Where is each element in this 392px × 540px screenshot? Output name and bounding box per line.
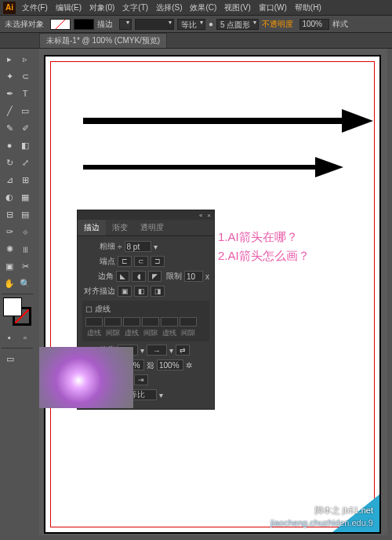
tab-gradient[interactable]: 渐变	[106, 220, 134, 235]
artboard-tool[interactable]: ▣	[2, 258, 16, 274]
no-selection-label: 未选择对象	[5, 19, 44, 30]
dash-label: 虚线	[95, 304, 111, 315]
panel-close-icon[interactable]: ×	[207, 212, 211, 219]
panel-titlebar[interactable]: «×	[78, 210, 214, 220]
corner-label: 边角	[82, 271, 114, 282]
gap-input-2[interactable]	[142, 317, 159, 327]
weight-label: 粗细	[82, 241, 115, 252]
color-mode-gradient[interactable]: ▫	[18, 330, 32, 345]
direct-selection-tool[interactable]: ▹	[18, 51, 32, 67]
corner-round[interactable]: ◖	[132, 271, 145, 282]
limit-input[interactable]	[184, 271, 203, 282]
lasso-tool[interactable]: ⊂	[18, 68, 32, 84]
align-stroke-label: 对齐描边	[82, 286, 115, 297]
shape-builder-tool[interactable]: ◐	[2, 189, 16, 205]
cap-round[interactable]: ⊂	[134, 256, 148, 267]
menu-edit[interactable]: 编辑(E)	[56, 2, 82, 13]
options-bar: 未选择对象 描边 等比 ● 5 点圆形 不透明度 样式	[0, 16, 392, 33]
scale-end-input[interactable]	[157, 359, 183, 370]
hand-tool[interactable]: ✋	[2, 275, 16, 291]
dash-input-2[interactable]	[123, 317, 140, 327]
width-tool[interactable]: ⊿	[2, 172, 16, 188]
shape-dropdown[interactable]: 5 点圆形	[216, 19, 259, 30]
align-inside[interactable]: ◧	[134, 286, 148, 297]
menu-help[interactable]: 帮助(H)	[295, 2, 321, 13]
style-label: 样式	[332, 19, 348, 30]
menu-window[interactable]: 窗口(W)	[259, 2, 287, 13]
corner-bevel[interactable]: ◤	[148, 271, 162, 282]
tab-stroke[interactable]: 描边	[78, 220, 106, 235]
eraser-tool[interactable]: ◧	[18, 137, 32, 153]
menu-effect[interactable]: 效果(C)	[190, 2, 216, 13]
cap-butt[interactable]: ⊏	[118, 256, 132, 267]
gap-input-1[interactable]	[104, 317, 122, 327]
paintbrush-tool[interactable]: ✎	[2, 120, 16, 136]
fill-swatch[interactable]	[50, 19, 71, 30]
link-icon[interactable]: ⛓	[147, 361, 154, 370]
pencil-tool[interactable]: ✐	[18, 120, 32, 136]
blend-tool[interactable]: ⟐	[18, 224, 32, 239]
magic-wand-tool[interactable]: ✦	[2, 68, 16, 84]
pen-tool[interactable]: ✒	[2, 86, 16, 101]
stroke-swatch[interactable]	[74, 19, 94, 30]
symbol-sprayer-tool[interactable]: ✺	[2, 241, 16, 257]
gradient-tool[interactable]: ▤	[18, 206, 32, 222]
rotate-tool[interactable]: ↻	[2, 155, 16, 170]
slice-tool[interactable]: ✂	[18, 258, 32, 274]
dash-input-1[interactable]	[85, 317, 103, 327]
brush-dropdown[interactable]	[135, 19, 174, 30]
line-tool[interactable]: ╱	[2, 103, 16, 119]
dropdown-icon[interactable]: ▾	[154, 243, 158, 251]
dropdown-icon[interactable]: ▾	[169, 346, 173, 355]
ratio-dropdown[interactable]: 等比	[177, 19, 205, 30]
menu-view[interactable]: 视图(V)	[224, 2, 250, 13]
watermark-site: 脚本之 jb51.net	[314, 505, 373, 516]
dash-input-3[interactable]	[161, 317, 178, 327]
dropdown-icon[interactable]: ▾	[140, 346, 144, 355]
menu-type[interactable]: 文字(T)	[122, 2, 148, 13]
fill-stroke-control[interactable]	[3, 297, 31, 326]
selection-tool[interactable]: ▸	[2, 51, 16, 67]
panel-collapse-icon[interactable]: «	[199, 212, 202, 219]
dropdown-icon[interactable]: ▾	[159, 391, 163, 400]
stepper-down-icon[interactable]: ÷	[118, 243, 122, 251]
scale-tool[interactable]: ⤢	[18, 155, 32, 170]
blob-brush-tool[interactable]: ●	[2, 137, 16, 153]
type-tool[interactable]: T	[18, 86, 32, 101]
menu-file[interactable]: 文件(F)	[22, 2, 48, 13]
free-transform-tool[interactable]: ⊞	[18, 172, 32, 188]
zoom-tool[interactable]: 🔍	[18, 275, 32, 291]
eyedropper-tool[interactable]: ✑	[2, 224, 16, 239]
svg-marker-3	[315, 157, 343, 177]
limit-unit: x	[205, 272, 209, 281]
opacity-input[interactable]	[299, 19, 329, 30]
arrow-end-dropdown[interactable]: →	[147, 345, 167, 356]
dash-checkbox[interactable]: ☐	[85, 305, 93, 314]
tab-transparency[interactable]: 透明度	[134, 220, 170, 235]
cap-projecting[interactable]: ⊐	[151, 256, 165, 267]
align-center[interactable]: ▣	[118, 286, 132, 297]
corner-miter[interactable]: ◣	[116, 271, 129, 282]
align-arrow-tip[interactable]: ⇥	[134, 374, 148, 385]
color-mode-normal[interactable]: ▪	[2, 330, 16, 345]
bug-icon[interactable]: ✲	[186, 361, 192, 370]
tools-panel: ▸▹ ✦⊂ ✒T ╱▭ ✎✐ ●◧ ↻⤢ ⊿⊞ ◐▦ ⊟▤ ✑⟐ ✺⫼ ▣✂ ✋…	[0, 49, 34, 369]
artboard[interactable]: 1.AI箭头在哪？ 2.AI箭头怎么画？ «× 描边 渐变 透明度 粗细 ÷ ▾…	[44, 55, 381, 534]
mesh-tool[interactable]: ⊟	[2, 206, 16, 222]
menu-select[interactable]: 选择(S)	[156, 2, 182, 13]
stroke-weight-dropdown[interactable]	[119, 19, 132, 30]
arrow-sample-2	[83, 155, 343, 179]
annotation-text: 1.AI箭头在哪？ 2.AI箭头怎么画？	[218, 228, 310, 265]
weight-input[interactable]	[125, 241, 151, 252]
menu-object[interactable]: 对象(0)	[89, 2, 114, 13]
screen-mode[interactable]: ▭	[2, 351, 18, 367]
fill-color[interactable]	[3, 297, 22, 316]
graph-tool[interactable]: ⫼	[18, 241, 32, 257]
gap-input-3[interactable]	[180, 317, 197, 327]
canvas-area: 1.AI箭头在哪？ 2.AI箭头怎么画？ «× 描边 渐变 透明度 粗细 ÷ ▾…	[39, 49, 387, 535]
align-outside[interactable]: ◨	[151, 286, 165, 297]
rectangle-tool[interactable]: ▭	[18, 103, 32, 119]
perspective-tool[interactable]: ▦	[18, 189, 32, 205]
document-tab[interactable]: 未标题-1* @ 100% (CMYK/预览)	[39, 33, 167, 48]
swap-arrows-icon[interactable]: ⇄	[176, 345, 190, 356]
